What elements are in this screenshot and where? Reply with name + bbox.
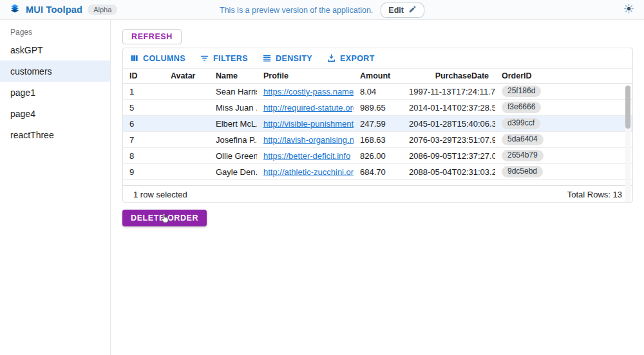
- app-window: MUI Toolpad Alpha This is a preview vers…: [0, 0, 644, 355]
- column-header-orderid[interactable]: OrderID: [495, 71, 632, 80]
- grid-footer: 1 row selected Total Rows: 13: [123, 185, 632, 203]
- cell-id: 9: [123, 167, 164, 177]
- table-row[interactable]: 8 Ollie Green... https://better-deficit.…: [123, 148, 632, 164]
- table-row[interactable]: 9 Gayle Den... http://athletic-zucchini.…: [123, 164, 632, 180]
- orderid-chip: 2654b79: [502, 150, 544, 161]
- app-title: MUI Toolpad: [26, 5, 82, 15]
- cell-amount: 989.65: [354, 103, 402, 113]
- columns-button-label: COLUMNS: [143, 54, 185, 63]
- toolpad-logo-icon: [9, 3, 21, 17]
- grid-toolbar: COLUMNS FILTERS DE: [123, 48, 632, 68]
- density-button[interactable]: DENSITY: [262, 53, 312, 63]
- cell-id: 5: [123, 103, 164, 113]
- cell-id: 8: [123, 151, 164, 161]
- cell-amount: 684.70: [354, 167, 402, 177]
- sidebar-item-label: page1: [10, 87, 35, 98]
- density-button-label: DENSITY: [276, 54, 312, 63]
- rows-selected-text: 1 row selected: [133, 190, 187, 199]
- cell-profile: https://better-deficit.info: [257, 151, 354, 161]
- cell-name: Gayle Den...: [209, 167, 257, 177]
- sidebar-item-label: customers: [10, 66, 52, 77]
- orderid-chip: d399ccf: [502, 118, 540, 129]
- cell-name: Elbert McL...: [209, 119, 257, 129]
- pencil-icon: [408, 5, 417, 15]
- cell-profile: http://required-statute.org: [257, 103, 354, 113]
- export-icon: [327, 53, 336, 63]
- cell-id: 6: [123, 119, 164, 129]
- sidebar-item-page4[interactable]: page4: [0, 103, 110, 124]
- profile-link[interactable]: https://costly-pass.name: [263, 87, 354, 96]
- cell-name: Sean Harris: [209, 87, 257, 96]
- cell-orderid: f3e6666: [495, 102, 632, 113]
- grid-header-row: ID Avatar Name Profile Amount PurchaseDa…: [123, 68, 632, 84]
- profile-link[interactable]: http://visible-punishment.net: [263, 119, 354, 129]
- alpha-badge: Alpha: [88, 5, 117, 15]
- columns-button[interactable]: COLUMNS: [129, 53, 185, 63]
- cell-purchasedate: 2045-01-28T15:40:06.325Z: [402, 119, 495, 129]
- profile-link[interactable]: http://lavish-organising.name: [263, 135, 354, 145]
- column-header-profile[interactable]: Profile: [257, 71, 354, 80]
- export-button-label: EXPORT: [340, 54, 375, 63]
- cell-purchasedate: 2076-03-29T23:51:07.968Z: [402, 135, 495, 145]
- cell-amount: 8.04: [354, 87, 402, 96]
- cell-purchasedate: 1997-11-13T17:24:11.769Z: [402, 87, 495, 96]
- profile-link[interactable]: http://athletic-zucchini.org: [263, 167, 354, 177]
- profile-link[interactable]: http://required-statute.org: [263, 103, 354, 113]
- cell-profile: http://lavish-organising.name: [257, 135, 354, 145]
- export-button[interactable]: EXPORT: [327, 53, 375, 63]
- sidebar-caption: Pages: [0, 20, 110, 39]
- theme-toggle-button[interactable]: [622, 3, 635, 16]
- refresh-button[interactable]: REFRESH: [122, 29, 182, 44]
- column-header-purchasedate[interactable]: PurchaseDate: [402, 71, 495, 80]
- sidebar-item-reactthree[interactable]: reactThree: [0, 124, 110, 145]
- density-icon: [262, 53, 272, 63]
- orderid-chip: 5da6404: [502, 134, 544, 145]
- edit-button[interactable]: Edit: [381, 3, 424, 18]
- cell-name: Ollie Green...: [209, 151, 257, 161]
- main-content: REFRESH COLUMNS: [111, 20, 644, 355]
- data-grid: COLUMNS FILTERS DE: [122, 48, 633, 203]
- column-header-id[interactable]: ID: [123, 71, 164, 80]
- column-header-avatar[interactable]: Avatar: [164, 71, 209, 80]
- table-row-selected[interactable]: 6 Elbert McL... http://visible-punishmen…: [123, 116, 632, 132]
- cell-amount: 168.63: [354, 135, 402, 145]
- cell-orderid: 25f186d: [495, 86, 632, 97]
- sidebar-item-askgpt[interactable]: askGPT: [0, 39, 110, 60]
- cell-orderid: d399ccf: [495, 118, 632, 129]
- sidebar: Pages askGPT customers page1 page4 react…: [0, 20, 111, 355]
- total-rows-text: Total Rows: 13: [567, 190, 622, 199]
- profile-link[interactable]: https://better-deficit.info: [263, 151, 350, 161]
- table-row[interactable]: 1 Sean Harris https://costly-pass.name 8…: [123, 84, 632, 100]
- cell-orderid: 5da6404: [495, 134, 632, 145]
- sidebar-item-page1[interactable]: page1: [0, 82, 110, 103]
- vertical-scrollbar-track[interactable]: [625, 86, 630, 203]
- orderid-chip: 25f186d: [502, 86, 541, 97]
- cell-profile: https://costly-pass.name: [257, 87, 354, 96]
- orderid-chip: f3e6666: [502, 102, 541, 113]
- cell-purchasedate: 2086-09-05T12:37:27.015Z: [402, 151, 495, 161]
- cell-orderid: 2654b79: [495, 150, 632, 161]
- orderid-chip: 9dc5ebd: [502, 166, 543, 178]
- filter-icon: [200, 53, 209, 63]
- sidebar-item-customers[interactable]: customers: [0, 60, 110, 82]
- column-header-amount[interactable]: Amount: [354, 71, 402, 80]
- delete-order-button[interactable]: DELETE ORDER: [122, 210, 207, 226]
- cell-id: 1: [123, 87, 164, 96]
- cell-orderid: 9dc5ebd: [495, 166, 632, 178]
- columns-icon: [129, 53, 139, 63]
- cell-purchasedate: 2088-05-04T02:31:03.294Z: [402, 167, 495, 177]
- sidebar-item-label: reactThree: [10, 130, 54, 140]
- sidebar-item-label: page4: [10, 109, 35, 119]
- table-row[interactable]: 7 Josefina P... http://lavish-organising…: [123, 132, 632, 148]
- vertical-scrollbar-thumb[interactable]: [625, 86, 630, 129]
- cell-id: 7: [123, 135, 164, 145]
- sun-icon: [623, 3, 634, 17]
- column-header-name[interactable]: Name: [209, 71, 257, 80]
- table-row[interactable]: 5 Miss Juan ... http://required-statute.…: [123, 100, 632, 116]
- filters-button[interactable]: FILTERS: [200, 53, 248, 63]
- top-header: MUI Toolpad Alpha This is a preview vers…: [0, 0, 644, 20]
- cell-purchasedate: 2014-01-14T02:37:28.536Z: [402, 103, 495, 113]
- edit-button-label: Edit: [388, 6, 404, 15]
- preview-banner-text: This is a preview version of the applica…: [220, 6, 373, 15]
- cell-name: Miss Juan ...: [209, 103, 257, 113]
